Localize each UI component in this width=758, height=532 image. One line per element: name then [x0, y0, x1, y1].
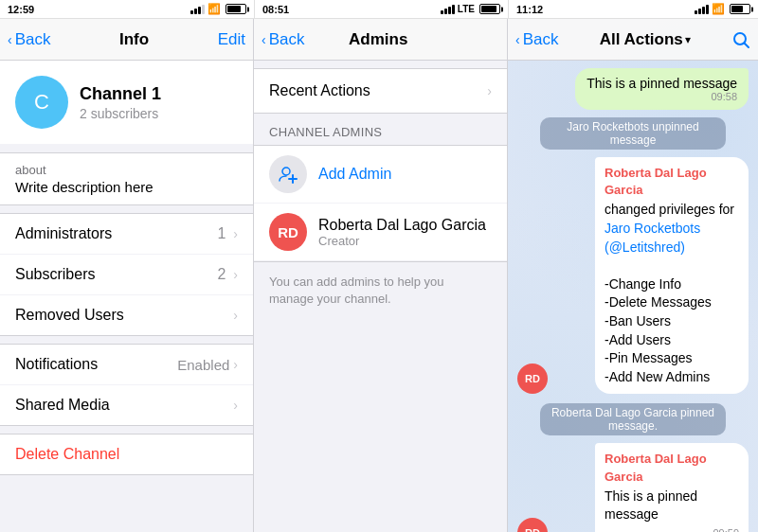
menu-section-notifications: Notifications Enabled › Shared Media ›	[0, 344, 253, 426]
admin-name-roberta: Roberta Dal Lago Garcia	[318, 217, 486, 234]
time-middle: 08:51	[262, 4, 289, 15]
system-msg-label-1: Jaro Rocketbots unpinned message	[540, 117, 725, 150]
edit-button[interactable]: Edit	[218, 30, 245, 49]
help-text: You can add admins to help you manage yo…	[254, 262, 507, 319]
nav-bar-actions: ‹ Back All Actions ▾	[508, 19, 758, 61]
about-section: about Write description here	[0, 152, 253, 205]
nav-bar-info: ‹ Back Info Edit	[0, 19, 253, 61]
svg-line-4	[745, 43, 749, 47]
add-admin-icon	[269, 155, 307, 193]
svg-point-0	[282, 168, 290, 175]
chat-area: This is a pinned message 09:58 Jaro Rock…	[508, 61, 758, 532]
panel-admins: ‹ Back Admins Recent Actions › CHANNEL A…	[254, 19, 508, 532]
avatar-rd-1: RD	[517, 364, 548, 394]
battery-left	[226, 4, 246, 14]
panels-container: ‹ Back Info Edit C Channel 1 2 subscribe…	[0, 19, 758, 532]
avatar: C	[15, 76, 68, 129]
menu-item-removed-users[interactable]: Removed Users ›	[0, 295, 253, 335]
admin-item-roberta: RD Roberta Dal Lago Garcia Creator	[254, 204, 507, 261]
panel-all-actions: ‹ Back All Actions ▾ This is a pinned me…	[508, 19, 758, 532]
about-label: about	[15, 163, 238, 177]
admin-info-roberta: Roberta Dal Lago Garcia Creator	[318, 217, 486, 248]
activity-msg-1: RD Roberta Dal Lago Garcia changed privi…	[517, 157, 749, 394]
add-admin-label[interactable]: Add Admin	[318, 166, 391, 183]
pinned-time: 09:58	[587, 91, 737, 102]
status-icons-middle: LTE	[441, 4, 500, 14]
time-right: 11:12	[516, 4, 543, 15]
wifi-icon-left: 📶	[208, 3, 221, 15]
status-icons-right: 📶	[695, 3, 750, 15]
pinned-text: This is a pinned message	[587, 76, 737, 91]
about-text: Write description here	[15, 179, 238, 195]
channel-info: Channel 1 2 subscribers	[80, 84, 161, 121]
add-admin-item[interactable]: Add Admin	[254, 146, 507, 204]
nav-title-info: Info	[119, 30, 149, 49]
bubble-time-1: 09:59	[605, 526, 739, 532]
panel-info: ‹ Back Info Edit C Channel 1 2 subscribe…	[0, 19, 254, 532]
section-header-admins: CHANNEL ADMINS	[254, 117, 507, 145]
status-bars-row: 12:59 📶 08:51 LTE 11:12	[0, 0, 758, 19]
admin-avatar-roberta: RD	[269, 213, 307, 251]
recent-actions-item[interactable]: Recent Actions ›	[254, 68, 507, 114]
pinned-bubble-received: Roberta Dal Lago Garcia This is a pinned…	[595, 443, 749, 532]
battery-right	[730, 4, 750, 14]
signal-bars-middle	[441, 5, 455, 14]
back-button-actions[interactable]: ‹ Back	[515, 30, 558, 49]
menu-item-shared-media[interactable]: Shared Media ›	[0, 385, 253, 425]
menu-section-admins: Administrators 1 › Subscribers 2 › Remov…	[0, 213, 253, 336]
bubble-text-1: This is a pinned message	[605, 488, 739, 524]
system-msg-label-2: Roberta Dal Lago Garcia pinned message.	[540, 403, 725, 435]
bubble-msg-1: RD Roberta Dal Lago Garcia This is a pin…	[517, 443, 749, 532]
recent-actions-chevron: ›	[487, 83, 492, 98]
nav-title-admins: Admins	[349, 30, 407, 49]
menu-item-administrators[interactable]: Administrators 1 ›	[0, 214, 253, 255]
nav-bar-admins: ‹ Back Admins	[254, 19, 507, 61]
admin-role-roberta: Creator	[318, 234, 486, 248]
nav-title-actions[interactable]: All Actions ▾	[600, 30, 691, 49]
status-bar-left: 12:59 📶	[0, 0, 254, 18]
menu-item-notifications[interactable]: Notifications Enabled ›	[0, 345, 253, 385]
back-button-admins[interactable]: ‹ Back	[262, 30, 304, 49]
time-left: 12:59	[8, 4, 34, 15]
menu-item-subscribers[interactable]: Subscribers 2 ›	[0, 255, 253, 295]
activity-bubble-1: Roberta Dal Lago Garcia changed privileg…	[595, 157, 749, 394]
status-bar-right: 11:12 📶	[508, 0, 758, 18]
avatar-rd-2: RD	[517, 518, 548, 532]
status-icons-left: 📶	[190, 3, 246, 15]
system-msg-1: Jaro Rocketbots unpinned message	[517, 114, 749, 153]
dropdown-arrow-icon: ▾	[685, 33, 691, 46]
channel-name: Channel 1	[80, 84, 161, 104]
search-button[interactable]	[731, 30, 750, 49]
pinned-bubble: This is a pinned message 09:58	[575, 68, 749, 110]
sender-name-1: Roberta Dal Lago Garcia	[605, 165, 739, 199]
channel-header: C Channel 1 2 subscribers	[0, 61, 253, 145]
delete-channel-section[interactable]: Delete Channel	[0, 434, 253, 475]
pinned-msg-row: This is a pinned message 09:58	[517, 68, 749, 110]
sender-name-2: Roberta Dal Lago Garcia	[605, 451, 739, 485]
system-msg-2: Roberta Dal Lago Garcia pinned message.	[517, 399, 749, 439]
lte-middle: LTE	[458, 4, 475, 14]
delete-channel-button[interactable]: Delete Channel	[15, 446, 119, 462]
back-button-info[interactable]: ‹ Back	[8, 30, 50, 49]
signal-bars-right	[695, 5, 709, 14]
channel-subscribers: 2 subscribers	[80, 106, 161, 121]
battery-middle	[479, 4, 500, 14]
signal-bars-left	[190, 5, 205, 14]
status-bar-middle: 08:51 LTE	[254, 0, 508, 18]
admins-content: Recent Actions › CHANNEL ADMINS Add Admi…	[254, 61, 507, 532]
recent-actions-label: Recent Actions	[269, 82, 370, 99]
wifi-icon-right: 📶	[712, 3, 725, 15]
admins-list: Add Admin RD Roberta Dal Lago Garcia Cre…	[254, 145, 507, 262]
